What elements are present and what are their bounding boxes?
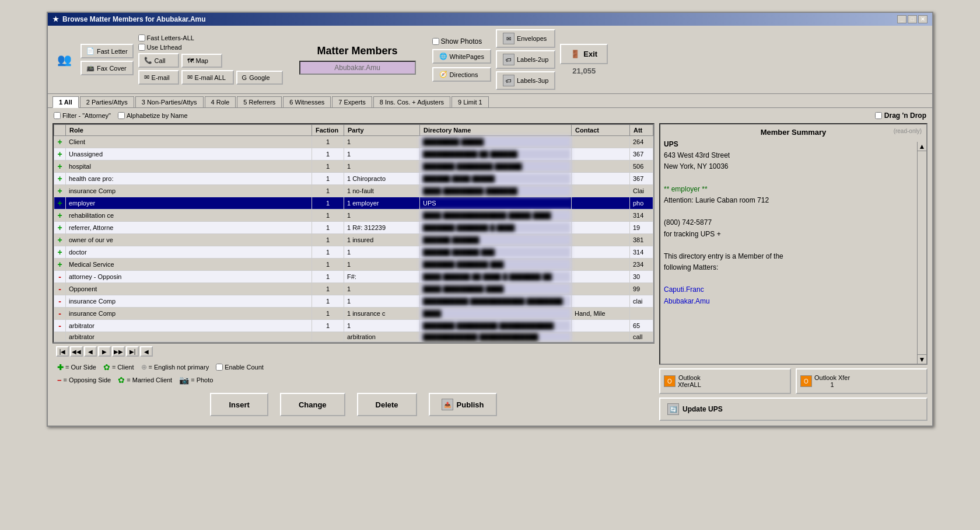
summary-scrollbar[interactable]: ▲ ▼ [917,142,926,364]
table-row[interactable]: + referrer, Attorne 1 1 R#: 312239 █████… [54,222,653,234]
tab-3-nonparties[interactable]: 3 Non-Parties/Attys [135,96,204,107]
tab-2-parties[interactable]: 2 Parties/Attys [80,96,134,107]
row-role: arbitrator [66,320,312,332]
fast-letters-all-checkbox[interactable] [138,34,145,41]
tab-9-limit1[interactable]: 9 Limit 1 [452,96,489,107]
row-role: Medical Service [66,259,312,271]
row-att: pho [630,197,653,210]
exit-button[interactable]: 🚪 Exit [560,44,608,64]
photo-legend-text: = Photo [191,376,213,383]
fax-cover-button[interactable]: 📠 Fax Cover [80,61,134,75]
nav-row: |◀ ◀◀ ◀ ▶ ▶▶ ▶| ◀ [52,343,654,359]
row-role: insurance Comp [66,185,312,197]
row-att: 381 [630,234,653,246]
table-row[interactable]: + rehabilitation ce 1 1 ████ ███████████… [54,210,653,222]
table-row[interactable]: - attorney - Opposin 1 F#: ████ ██████ █… [54,271,653,283]
row-dirname: ████ ██████████████ █████ ████ [420,210,572,222]
use-ltrhead-check[interactable]: Use Ltrhead [138,44,182,51]
outlook-xfer-button[interactable]: O Outlook Xfer 1 [796,368,928,394]
fax-icon: 📠 [86,64,94,72]
row-att: Clai [630,185,653,197]
scroll-up-button[interactable]: ▲ [918,142,926,151]
alphabetize-checkbox[interactable] [118,112,125,119]
change-button[interactable]: Change [280,393,345,416]
row-role: health care pro: [66,173,312,185]
table-row[interactable]: + doctor 1 1 ██████ ██████ ███ 314 [54,246,653,259]
alphabetize-check[interactable]: Alphabetize by Name [118,112,188,119]
nav-first-button[interactable]: |◀ [56,346,69,357]
row-party: 1 [344,295,420,308]
nav-left-button[interactable]: ◀ [140,346,153,357]
fast-letter-icon: 📄 [86,47,94,55]
table-row[interactable]: + owner of our ve 1 1 insured ██████ ███… [54,234,653,246]
update-button[interactable]: 🔄 Update UPS [659,398,928,421]
whitepages-button[interactable]: 🌐 WhitePages [432,49,491,64]
table-row[interactable]: + Unassigned 1 1 ████████████ ██ ██████ … [54,148,653,161]
enable-count-checkbox[interactable] [216,364,223,371]
col-header-contact: Contact [572,125,630,136]
table-row[interactable]: arbitrator arbitration ████████████ ████… [54,332,653,342]
table-row[interactable]: + Medical Service 1 1 ███████ ███████ ██… [54,259,653,271]
outlook-xferall-button[interactable]: O OutlookXferALL [659,368,791,394]
filter-attorney-check[interactable]: Filter - "Attorney" [54,112,111,119]
row-icon: + [54,222,66,234]
tab-5-referrers[interactable]: 5 Referrers [237,96,282,107]
table-row[interactable]: + hospital 1 1 ███████ ████████ ██████ 5… [54,161,653,173]
table-row[interactable]: + insurance Comp 1 1 no-fault ████ █████… [54,185,653,197]
call-button[interactable]: 📞 Call [138,53,179,68]
fast-letters-all-check[interactable]: Fast Letters-ALL [138,34,194,41]
filter-attorney-checkbox[interactable] [54,112,61,119]
table-row[interactable]: - arbitrator 1 1 ███████ █████████ █████… [54,320,653,332]
table-row[interactable]: - Opponent 1 1 ████ █████████ ████ 99 [54,283,653,295]
married-legend-text: = Married Client [127,376,172,383]
drag-drop-checkbox[interactable] [875,112,882,119]
row-faction: 1 [312,295,344,308]
nav-next-button[interactable]: ▶ [98,346,111,357]
publish-button[interactable]: 📤 Publish [429,393,497,416]
row-att: 30 [630,271,653,283]
col-header-dirname: Directory Name [420,125,572,136]
summary-line-attention: Attention: Laurie Caban room 712 [664,195,923,206]
table-row[interactable]: + employer 1 1 employer UPS pho [54,197,653,210]
row-party: 1 [344,136,420,148]
show-photos-check[interactable]: Show Photos [432,37,491,46]
minimize-button[interactable]: _ [897,15,907,23]
nav-next-page-button[interactable]: ▶▶ [112,346,125,357]
row-dirname: ████ █████████ ███████ [420,185,572,197]
row-faction: 1 [312,234,344,246]
close-button[interactable]: ✕ [918,15,928,23]
labels-2up-button[interactable]: 🏷 Labels-2up [496,50,555,69]
nav-last-button[interactable]: ▶| [126,346,139,357]
title-bar-buttons: _ □ ✕ [897,15,928,23]
delete-button[interactable]: Delete [357,393,417,416]
tab-4-role[interactable]: 4 Role [205,96,236,107]
publish-icon: 📤 [442,399,453,410]
matter-name-display: Abubakar.Amu [299,61,416,75]
table-row[interactable]: + Client 1 1 ████████ █████ 264 [54,136,653,148]
summary-line-city: New York, NY 10036 [664,161,923,172]
show-photos-checkbox[interactable] [432,38,439,45]
maximize-button[interactable]: □ [908,15,917,23]
nav-prev-button[interactable]: ◀ [84,346,97,357]
fast-letter-button[interactable]: 📄 Fast Letter [80,44,134,58]
nav-prev-page-button[interactable]: ◀◀ [70,346,83,357]
use-ltrhead-checkbox[interactable] [138,44,145,51]
scroll-down-button[interactable]: ▼ [918,354,926,364]
email-all-button[interactable]: ✉ E-mail ALL [181,70,234,85]
envelopes-button[interactable]: ✉ Envelopes [496,29,555,48]
insert-button[interactable]: Insert [210,393,268,416]
row-att: 367 [630,173,653,185]
google-button[interactable]: G Google [236,71,283,85]
email-button[interactable]: ✉ E-mail [138,70,179,85]
tab-1-all[interactable]: 1 All [52,96,79,108]
tab-8-inscos[interactable]: 8 Ins. Cos. + Adjusters [373,96,450,107]
tab-6-witnesses[interactable]: 6 Witnesses [283,96,331,107]
table-row[interactable]: - insurance Comp 1 1 insurance c ████ Ha… [54,308,653,320]
tab-7-experts[interactable]: 7 Experts [332,96,372,107]
enable-count-check[interactable]: Enable Count [216,364,264,371]
directions-button[interactable]: 🧭 Directions [432,67,491,82]
table-row[interactable]: - insurance Comp 1 1 ██████████ ████████… [54,295,653,308]
map-button[interactable]: 🗺 Map [181,54,222,68]
table-row[interactable]: + health care pro: 1 1 Chiropracto █████… [54,173,653,185]
labels-3up-button[interactable]: 🏷 Labels-3up [496,71,555,90]
